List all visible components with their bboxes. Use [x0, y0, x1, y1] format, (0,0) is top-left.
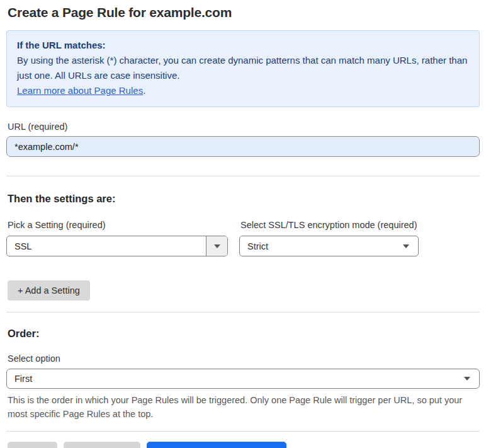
order-select-label: Select option [8, 353, 480, 364]
url-match-info-box: If the URL matches: By using the asteris… [6, 30, 480, 107]
footer-actions: Cancel Save as Draft Save and Deploy Pag… [8, 442, 480, 448]
divider [6, 312, 480, 313]
caret-down-icon [214, 244, 220, 248]
info-box-link-line: Learn more about Page Rules. [17, 83, 469, 98]
url-field-label: URL (required) [8, 122, 480, 132]
pick-setting-field: Pick a Setting (required) SSL [6, 220, 228, 256]
info-box-body-text: By using the asterisk (*) character, you… [17, 55, 467, 81]
add-setting-button[interactable]: + Add a Setting [8, 280, 90, 301]
create-page-rule-page: Create a Page Rule for example.com If th… [0, 0, 486, 448]
pick-setting-value: SSL [7, 241, 206, 251]
info-box-body: By using the asterisk (*) character, you… [17, 53, 469, 83]
caret-down-icon [403, 244, 409, 248]
order-select[interactable]: First [6, 369, 480, 389]
url-input[interactable] [6, 136, 480, 157]
caret-down-icon [464, 377, 470, 381]
info-box-heading: If the URL matches: [17, 38, 469, 53]
order-section-heading: Order: [8, 328, 480, 340]
learn-more-link[interactable]: Learn more about Page Rules [17, 85, 143, 96]
settings-row: Pick a Setting (required) SSL Select SSL… [6, 220, 480, 256]
link-suffix: . [143, 85, 145, 96]
divider [6, 431, 480, 432]
ssl-mode-value: Strict [240, 241, 403, 251]
ssl-mode-select[interactable]: Strict [239, 236, 419, 256]
cancel-button[interactable]: Cancel [8, 442, 57, 448]
pick-setting-select[interactable]: SSL [6, 236, 228, 256]
pick-setting-label: Pick a Setting (required) [8, 220, 228, 230]
page-title: Create a Page Rule for example.com [8, 5, 480, 20]
select-addon [206, 236, 227, 256]
ssl-mode-field: Select SSL/TLS encryption mode (required… [239, 220, 419, 256]
order-select-value: First [7, 374, 464, 384]
settings-section-heading: Then the settings are: [8, 193, 480, 205]
divider [6, 176, 480, 176]
ssl-mode-label: Select SSL/TLS encryption mode (required… [240, 220, 419, 230]
save-and-deploy-button[interactable]: Save and Deploy Page Rule [147, 442, 286, 448]
save-as-draft-button[interactable]: Save as Draft [64, 442, 140, 448]
order-help-text: This is the order in which your Page Rul… [8, 393, 480, 421]
